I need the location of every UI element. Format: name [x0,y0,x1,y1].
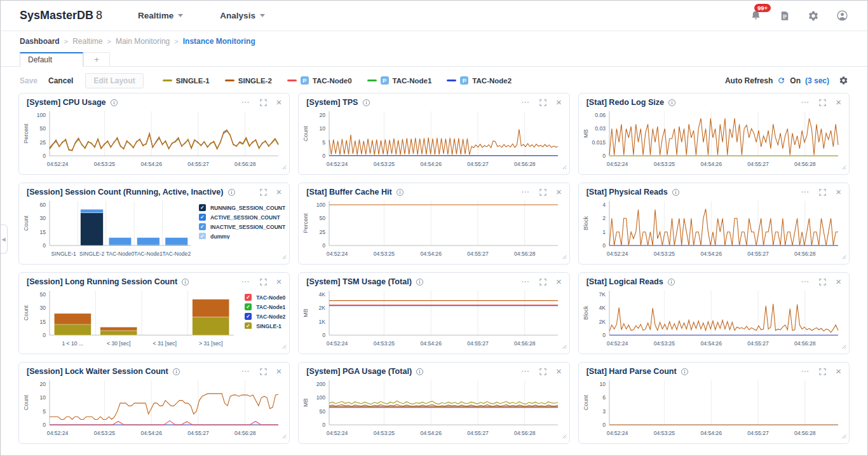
expand-icon[interactable] [819,368,826,375]
info-icon[interactable] [181,278,189,286]
expand-icon[interactable] [539,368,546,375]
expand-icon[interactable] [819,189,826,196]
legend-item-tac-node0[interactable]: PTAC-Node0 [287,76,352,85]
expand-icon[interactable] [539,99,546,106]
close-icon[interactable]: × [556,189,562,195]
resize-handle[interactable] [561,340,567,352]
close-icon[interactable]: × [276,279,282,285]
panel-menu-button[interactable]: ⋯ [801,280,810,284]
info-icon[interactable] [667,278,675,286]
info-icon[interactable] [396,188,404,197]
legend-checkbox[interactable]: ✓ [199,204,206,211]
info-icon[interactable] [227,188,236,197]
panel-menu-button[interactable]: ⋯ [521,370,530,373]
tab-default[interactable]: Default [20,52,83,67]
breadcrumb-item[interactable]: Instance Monitoring [183,37,255,46]
svg-text:0: 0 [602,422,606,428]
app-window: SysMasterDB8 RealtimeAnalysis 99+ Dashbo… [0,0,868,456]
expand-icon[interactable] [539,279,546,286]
panel-menu-button[interactable]: ⋯ [241,370,250,373]
panel-menu-button[interactable]: ⋯ [801,190,810,194]
legend-checkbox[interactable]: ✓ [199,233,206,239]
notifications-button[interactable]: 99+ [750,10,762,22]
close-icon[interactable]: × [276,368,282,375]
svg-text:04:55:27: 04:55:27 [747,340,769,347]
close-icon[interactable]: × [276,99,282,106]
legend-checkbox[interactable]: ✓ [199,214,206,221]
resize-handle[interactable] [561,251,567,262]
nav-menu-analysis[interactable]: Analysis [220,11,265,20]
resize-handle[interactable] [841,161,846,172]
chart-area: 01K2K4KMB04:52:2404:53:2504:54:2604:55:2… [299,287,569,353]
info-icon[interactable] [362,99,370,107]
info-icon[interactable] [672,188,680,197]
close-icon[interactable]: × [836,279,841,285]
add-tab-button[interactable]: + [83,52,110,67]
resize-handle[interactable] [281,251,287,262]
refresh-icon[interactable] [777,76,785,85]
svg-text:6: 6 [602,394,606,401]
legend-item-single-1[interactable]: SINGLE-1 [163,77,210,85]
expand-icon[interactable] [819,279,826,286]
resize-handle[interactable] [561,430,567,441]
panel-menu-button[interactable]: ⋯ [241,100,250,104]
close-icon[interactable]: × [836,189,841,195]
close-icon[interactable]: × [836,368,841,375]
legend-item-tac-node2[interactable]: PTAC-Node2 [447,76,512,85]
breadcrumb-item[interactable]: Main Monitoring [116,37,170,46]
expand-icon[interactable] [260,189,267,196]
legend-checkbox[interactable]: ✓ [245,303,252,310]
panel-menu-button[interactable]: ⋯ [521,100,530,104]
expand-icon[interactable] [260,99,267,106]
panel-menu-button[interactable]: ⋯ [801,100,810,104]
expand-icon[interactable] [539,189,546,196]
expand-icon[interactable] [260,368,267,375]
refresh-settings-button[interactable] [839,76,848,85]
save-button[interactable]: Save [20,76,37,85]
svg-text:15: 15 [39,229,46,235]
resize-handle[interactable] [841,430,846,441]
panel-menu-button[interactable]: ⋯ [521,190,530,194]
panel-menu-button[interactable]: ⋯ [801,370,810,373]
breadcrumb-item[interactable]: Realtime [72,37,102,46]
cancel-button[interactable]: Cancel [48,76,73,85]
resize-handle[interactable] [841,251,846,262]
panel-menu-button[interactable]: ⋯ [241,280,250,284]
info-icon[interactable] [668,99,676,107]
close-icon[interactable]: × [556,99,562,106]
auto-refresh-state[interactable]: On [790,76,801,85]
info-icon[interactable] [681,368,689,376]
resize-handle[interactable] [841,340,846,352]
account-button[interactable] [836,10,848,22]
sidebar-collapse-handle[interactable]: ◀ [0,225,8,254]
legend-checkbox[interactable]: ✓ [199,223,206,230]
expand-icon[interactable] [819,99,826,106]
nav-menu-realtime[interactable]: Realtime [138,11,183,20]
info-icon[interactable] [172,368,180,376]
resize-handle[interactable] [281,430,287,441]
close-icon[interactable]: × [556,279,562,285]
chart-canvas: 02K4K7KBlock04:52:2404:53:2504:54:2604:5… [580,287,842,350]
close-icon[interactable]: × [836,99,841,106]
info-icon[interactable] [110,99,118,107]
legend-checkbox[interactable]: ✓ [245,322,252,329]
resize-handle[interactable] [281,340,287,352]
panel-menu-button[interactable]: ⋯ [521,280,530,284]
expand-icon[interactable] [260,279,267,286]
close-icon[interactable]: × [556,368,562,375]
panel-legend-item: ✓RUNNING_SESSION_COUNT [199,204,285,211]
report-button[interactable] [779,10,790,22]
resize-handle[interactable] [281,161,287,172]
legend-item-single-2[interactable]: SINGLE-2 [225,77,272,85]
legend-checkbox[interactable]: ✓ [245,294,252,301]
resize-handle[interactable] [561,161,567,172]
legend-item-tac-node1[interactable]: PTAC-Node1 [367,76,432,85]
info-icon[interactable] [416,368,424,376]
breadcrumb-item[interactable]: Dashboard [20,37,60,46]
info-icon[interactable] [416,278,424,286]
settings-button[interactable] [808,10,819,22]
auto-refresh-interval[interactable]: (3 sec) [805,76,829,85]
close-icon[interactable]: × [276,189,282,195]
legend-checkbox[interactable]: ✓ [245,313,252,320]
edit-layout-button[interactable]: Edit Layout [85,73,143,88]
